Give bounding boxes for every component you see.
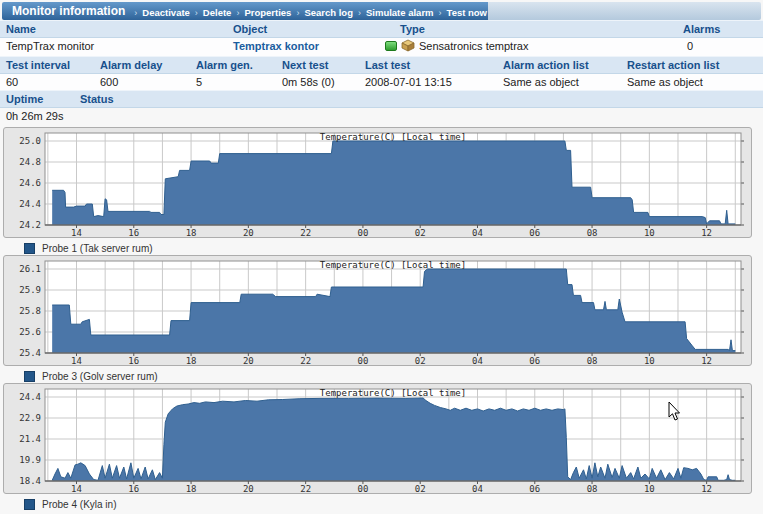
info-value-row-1: TempTrax monitor Temptrax kontor Sensatr… [0, 38, 763, 56]
info-header-row-1: NameObjectTypeAlarms [0, 20, 763, 38]
col-next-test: Next test [282, 59, 328, 71]
menu-item-deactivate[interactable]: Deactivate [138, 7, 194, 18]
col-restart-action-list: Restart action list [627, 59, 719, 71]
chart-panel-probe3: 26.125.925.825.625.414161820220002040608… [3, 255, 752, 366]
col-name: Name [6, 23, 36, 35]
col-object: Object [233, 23, 267, 35]
alarms-count: 0 [687, 40, 693, 52]
svg-text:22: 22 [300, 356, 311, 365]
svg-text:00: 00 [358, 484, 369, 493]
menu-item-delete[interactable]: Delete [199, 7, 236, 18]
svg-text:22.9: 22.9 [19, 413, 41, 423]
svg-text:26.1: 26.1 [19, 264, 41, 274]
col-last-test: Last test [365, 59, 410, 71]
svg-text:12: 12 [701, 356, 712, 365]
svg-text:04: 04 [472, 356, 483, 365]
svg-text:06: 06 [529, 228, 540, 237]
menu-item-search-log[interactable]: Search log [300, 7, 357, 18]
charts-section: 25.024.824.624.424.214161820220002040608… [0, 122, 763, 514]
info-header-row-2: Test intervalAlarm delayAlarm gen.Next t… [0, 56, 763, 74]
svg-text:14: 14 [71, 228, 82, 237]
svg-text:22: 22 [300, 484, 311, 493]
svg-text:14: 14 [71, 484, 82, 493]
restart-action-list-value: Same as object [627, 76, 703, 88]
page-title: Monitor information [2, 4, 133, 18]
col-test-interval: Test interval [6, 59, 70, 71]
chart-panel-probe1: 25.024.824.624.424.214161820220002040608… [3, 127, 752, 238]
legend-label: Probe 4 (Kyla in) [42, 499, 116, 510]
svg-text:21.4: 21.4 [19, 434, 41, 444]
svg-text:Temperature(C) [Local time]: Temperature(C) [Local time] [320, 388, 466, 398]
svg-text:00: 00 [358, 356, 369, 365]
alarm-delay-value: 600 [100, 76, 118, 88]
titlebar-menu: ›Deactivate›Delete›Properties›Search log… [133, 2, 491, 20]
svg-text:10: 10 [644, 356, 655, 365]
svg-text:16: 16 [128, 484, 139, 493]
monitor-information-window: Monitor information ›Deactivate›Delete›P… [0, 0, 763, 514]
svg-text:24.4: 24.4 [19, 199, 41, 209]
svg-text:19.9: 19.9 [19, 455, 41, 465]
legend-label: Probe 1 (Tak server rum) [42, 243, 153, 254]
menu-item-simulate-alarm[interactable]: Simulate alarm [362, 7, 438, 18]
svg-text:14: 14 [71, 356, 82, 365]
svg-text:25.4: 25.4 [19, 348, 41, 358]
menu-item-properties[interactable]: Properties [240, 7, 295, 18]
col-alarm-gen: Alarm gen. [196, 59, 253, 71]
temperature-chart-2: 24.422.921.419.918.414161820220002040608… [4, 384, 751, 493]
monitor-info-table: NameObjectTypeAlarms TempTrax monitor Te… [0, 20, 763, 124]
type-cell: Sensatronics temptrax [385, 39, 528, 52]
svg-text:20: 20 [243, 356, 254, 365]
last-test-value: 2008-07-01 13:15 [365, 76, 452, 88]
svg-text:12: 12 [701, 484, 712, 493]
info-header-row-3: UptimeStatus [0, 90, 763, 108]
svg-text:08: 08 [587, 484, 598, 493]
col-alarm-action-list: Alarm action list [503, 59, 589, 71]
svg-text:20: 20 [243, 228, 254, 237]
col-status: Status [80, 93, 114, 105]
svg-text:18: 18 [186, 356, 197, 365]
svg-text:12: 12 [701, 228, 712, 237]
svg-text:02: 02 [415, 484, 426, 493]
svg-text:25.9: 25.9 [19, 285, 41, 295]
svg-text:16: 16 [128, 356, 139, 365]
svg-text:06: 06 [529, 356, 540, 365]
svg-text:24.2: 24.2 [19, 220, 41, 230]
legend-swatch-icon [24, 371, 35, 382]
object-link[interactable]: Temptrax kontor [233, 40, 319, 52]
svg-text:25.8: 25.8 [19, 306, 41, 316]
svg-text:18: 18 [186, 228, 197, 237]
svg-text:08: 08 [587, 228, 598, 237]
temperature-chart-0: 25.024.824.624.424.214161820220002040608… [4, 128, 751, 237]
svg-text:18.4: 18.4 [19, 476, 41, 486]
svg-text:08: 08 [587, 356, 598, 365]
svg-text:25.0: 25.0 [19, 136, 41, 146]
svg-text:24.6: 24.6 [19, 178, 41, 188]
svg-text:10: 10 [644, 228, 655, 237]
type-label: Sensatronics temptrax [419, 40, 528, 52]
status-led-icon [385, 41, 397, 51]
legend-probe4: Probe 4 (Kyla in) [24, 497, 116, 511]
svg-text:24.8: 24.8 [19, 157, 41, 167]
svg-text:20: 20 [243, 484, 254, 493]
svg-text:18: 18 [186, 484, 197, 493]
svg-text:16: 16 [128, 228, 139, 237]
svg-text:10: 10 [644, 484, 655, 493]
svg-text:00: 00 [358, 228, 369, 237]
legend-probe3: Probe 3 (Golv server rum) [24, 369, 158, 383]
mouse-cursor-icon [668, 402, 682, 422]
legend-swatch-icon [24, 499, 35, 510]
svg-text:04: 04 [472, 484, 483, 493]
titlebar: Monitor information ›Deactivate›Delete›P… [2, 2, 488, 20]
alarm-action-list-value: Same as object [503, 76, 579, 88]
chart-panel-probe4: 24.422.921.419.918.414161820220002040608… [3, 383, 752, 494]
uptime-value: 0h 26m 29s [6, 110, 63, 122]
svg-text:04: 04 [472, 228, 483, 237]
device-box-icon [401, 39, 415, 52]
svg-text:24.4: 24.4 [19, 392, 41, 402]
menu-item-test-now[interactable]: Test now [443, 7, 491, 18]
next-test-value: 0m 58s (0) [282, 76, 335, 88]
svg-text:22: 22 [300, 228, 311, 237]
col-uptime: Uptime [6, 93, 43, 105]
svg-text:06: 06 [529, 484, 540, 493]
legend-label: Probe 3 (Golv server rum) [42, 371, 158, 382]
